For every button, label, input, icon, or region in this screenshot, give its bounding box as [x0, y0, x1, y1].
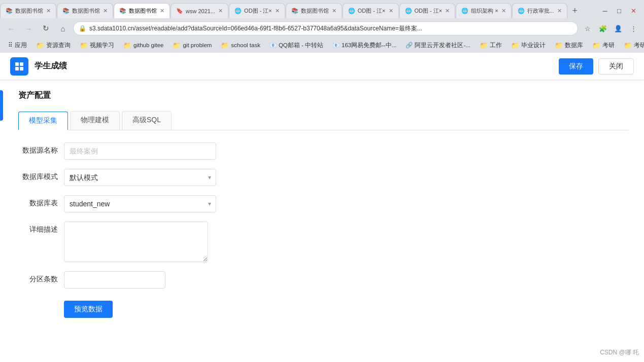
bookmark-video[interactable]: 📁 视频学习 — [76, 41, 118, 50]
folder-icon-8: 📁 — [555, 42, 563, 49]
browser-tab-4[interactable]: 🔖 wsw 2021... ✕ — [171, 3, 228, 18]
close-button[interactable]: 关闭 — [598, 58, 634, 75]
folder-icon-3: 📁 — [123, 42, 131, 49]
tab-close-1[interactable]: ✕ — [46, 8, 51, 14]
preview-label-spacer — [18, 298, 64, 301]
tab-model-collect[interactable]: 模型采集 — [18, 112, 68, 130]
tab-favicon-4: 🔖 — [176, 8, 183, 15]
bookmark-kaoyuan[interactable]: 📁 考研 — [588, 41, 619, 50]
tab-close-3[interactable]: ✕ — [160, 8, 164, 14]
browser-tab-6[interactable]: 📚 数据图书馆 ✕ — [286, 3, 342, 18]
apps-icon: ⠿ — [8, 42, 13, 49]
browser-tab-9[interactable]: 🌐 组织架构 × ✕ — [456, 3, 511, 18]
form-row-db-table: 数据库表 student_new student_old grade_info … — [18, 195, 629, 212]
bookmark-163-mail[interactable]: 📧 163网易免费邮--中... — [328, 41, 400, 50]
browser-tab-5[interactable]: 🌐 OD图 - 江× ✕ — [229, 3, 285, 18]
folder-icon-9: 📁 — [592, 42, 600, 49]
address-bar[interactable]: 🔒 s3.sdata1010.cn/asset/readable/add?dat… — [73, 21, 578, 35]
bookmark-database[interactable]: 📁 数据库 — [551, 41, 587, 50]
app-logo: 学生成绩 — [10, 57, 67, 76]
preview-data-button[interactable]: 预览数据 — [64, 301, 113, 318]
partition-input[interactable] — [64, 271, 165, 288]
bookmark-aliyun[interactable]: 🔗 阿里云开发者社区-... — [401, 41, 474, 50]
main-content: 资产配置 模型采集 物理建模 高级SQL 数据源名称 — [0, 80, 644, 347]
bookmark-kaoyuan-ntu[interactable]: 📁 考研南理工 — [620, 41, 644, 50]
bookmark-school-task[interactable]: 📁 school task — [217, 41, 264, 50]
address-actions: ☆ 🧩 👤 ⋮ — [581, 22, 640, 35]
section-title: 资产配置 — [18, 90, 629, 101]
browser-chrome: 📚 数据图书馆 ✕ 📚 数据图书馆 ✕ 📚 数据图书馆 ✕ 🔖 wsw 2021… — [0, 0, 644, 53]
watermark: CSDN @哪 吒 — [600, 348, 639, 357]
browser-tab-8[interactable]: 🌐 OD图 - 江× ✕ — [399, 3, 456, 18]
bookmark-apps[interactable]: ⠿ 应用 — [4, 41, 31, 50]
tab-close-7[interactable]: ✕ — [389, 8, 393, 14]
folder-icon-7: 📁 — [511, 42, 519, 49]
form-row-partition: 分区条数 — [18, 271, 629, 288]
datasource-name-input[interactable] — [64, 142, 216, 160]
description-textarea[interactable] — [64, 222, 208, 262]
db-table-select-wrapper: student_new student_old grade_info ▾ — [64, 195, 216, 212]
browser-tab-2[interactable]: 📚 数据图书馆 ✕ — [57, 3, 113, 18]
bookmark-qq-mail[interactable]: 📧 QQ邮箱 - 中转站 — [265, 41, 327, 50]
browser-tab-10[interactable]: 🌐 行政审批... ✕ — [512, 3, 567, 18]
folder-icon-1: 📁 — [36, 42, 44, 49]
tab-close-4[interactable]: ✕ — [218, 8, 223, 14]
bookmark-git-problem[interactable]: 📁 git problem — [168, 41, 216, 50]
tab-close-2[interactable]: ✕ — [103, 8, 108, 14]
browser-tab-1[interactable]: 📚 数据图书馆 ✕ — [0, 3, 56, 18]
forward-button[interactable]: → — [21, 21, 36, 35]
back-button[interactable]: ← — [4, 21, 18, 35]
profile-icon[interactable]: 👤 — [612, 22, 625, 35]
tab-favicon-8: 🌐 — [405, 8, 412, 15]
db-table-select[interactable]: student_new student_old grade_info — [64, 195, 216, 212]
tab-favicon-2: 📚 — [62, 8, 70, 15]
tab-physical-model[interactable]: 物理建模 — [70, 111, 120, 130]
partition-label: 分区条数 — [18, 271, 64, 284]
tab-close-10[interactable]: ✕ — [557, 8, 562, 14]
tab-group: 模型采集 物理建模 高级SQL — [18, 111, 629, 130]
page-content: 学生成绩 保存 关闭 资产配置 模型采集 物理建模 高级SQL — [0, 53, 644, 362]
svg-rect-2 — [15, 67, 19, 70]
app-title: 学生成绩 — [35, 61, 67, 71]
form-row-preview: 预览数据 — [18, 298, 629, 318]
browser-tab-7[interactable]: 🌐 OD图 - 江× ✕ — [343, 3, 399, 18]
tab-favicon-7: 🌐 — [348, 8, 355, 15]
bookmark-star-icon[interactable]: ☆ — [581, 22, 594, 35]
address-text: s3.sdata1010.cn/asset/readable/add?dataS… — [89, 24, 572, 33]
save-button[interactable]: 保存 — [559, 58, 593, 75]
form-row-description: 详细描述 — [18, 222, 629, 262]
form-row-db-mode: 数据库模式 默认模式 模式1 模式2 ▾ — [18, 169, 629, 186]
folder-icon-4: 📁 — [173, 42, 181, 49]
tab-close-6[interactable]: ✕ — [332, 8, 336, 14]
bookmark-resources[interactable]: 📁 资源查询 — [32, 41, 75, 50]
svg-rect-0 — [15, 62, 19, 66]
tab-favicon-5: 🌐 — [234, 8, 242, 15]
tab-close-9[interactable]: ✕ — [501, 8, 506, 14]
bookmarks-bar: ⠿ 应用 📁 资源查询 📁 视频学习 📁 github gitee 📁 git … — [0, 39, 644, 53]
minimize-button[interactable]: ─ — [598, 4, 612, 17]
tab-close-8[interactable]: ✕ — [445, 8, 450, 14]
extensions-icon[interactable]: 🧩 — [596, 22, 609, 35]
refresh-button[interactable]: ↻ — [39, 21, 53, 35]
bookmark-github[interactable]: 📁 github gitee — [119, 41, 167, 50]
svg-rect-1 — [20, 62, 23, 66]
folder-icon-2: 📁 — [80, 42, 88, 49]
home-button[interactable]: ⌂ — [56, 21, 70, 35]
browser-tab-3[interactable]: 📚 数据图书馆 ✕ — [114, 3, 170, 18]
db-mode-select[interactable]: 默认模式 模式1 模式2 — [64, 169, 216, 186]
bookmark-work[interactable]: 📁 工作 — [476, 41, 506, 50]
new-tab-button[interactable]: + — [568, 4, 582, 18]
menu-icon[interactable]: ⋮ — [627, 22, 640, 35]
bookmark-graduation[interactable]: 📁 毕业设计 — [507, 41, 550, 50]
tab-favicon-10: 🌐 — [518, 8, 525, 15]
header-buttons: 保存 关闭 — [559, 58, 634, 75]
db-mode-select-wrapper: 默认模式 模式1 模式2 ▾ — [64, 169, 216, 186]
app-header: 学生成绩 保存 关闭 — [0, 53, 644, 80]
db-mode-label: 数据库模式 — [18, 169, 64, 182]
maximize-button[interactable]: □ — [613, 4, 626, 17]
form-section: 数据源名称 数据库模式 默认模式 模式1 模式2 ▾ — [18, 142, 629, 337]
close-window-button[interactable]: ✕ — [627, 4, 640, 17]
tab-bar: 📚 数据图书馆 ✕ 📚 数据图书馆 ✕ 📚 数据图书馆 ✕ 🔖 wsw 2021… — [0, 0, 644, 18]
tab-close-5[interactable]: ✕ — [275, 8, 280, 14]
tab-advanced-sql[interactable]: 高级SQL — [122, 111, 172, 130]
